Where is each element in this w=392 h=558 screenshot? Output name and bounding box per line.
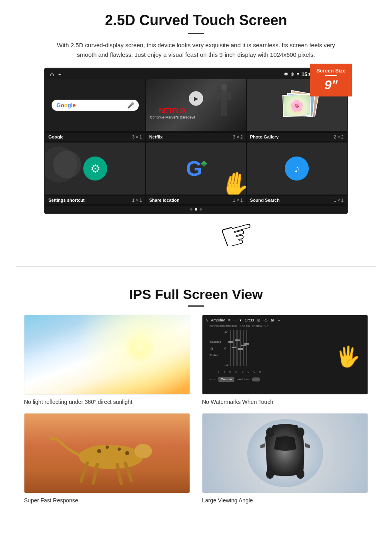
sound-icon: ♪ [285,157,309,181]
watermarks-label: No Watermarks When Touch [202,399,368,405]
freq-60: 60hz [210,325,214,327]
svg-point-16 [266,469,274,479]
sound-search-cell[interactable]: ♪ [247,143,347,195]
daredevil-figure [214,83,234,119]
svg-rect-2 [217,92,220,100]
badge-title: Screen Size [316,68,346,74]
settings-cell[interactable]: ⚙ [45,143,145,195]
bluetooth-icon: ✱ [284,71,288,77]
settings-icon: ⚙ [83,157,107,181]
svg-rect-1 [221,91,227,105]
google-logo: Google [56,102,76,108]
feature-sunlight: No light reflecting under 360° direct su… [24,315,190,405]
eq-bar-5 [243,330,244,366]
sunlight-image [24,315,190,395]
grid-label-settings: Settings shortcut 1 × 1 [45,196,145,204]
screen-wrapper: Screen Size 9" ⌂ ⌁ ✱ ⊕ ▾ 15:06 ⊡ ◁) [44,68,348,214]
amp-loudness-label: loudness [237,377,250,381]
google-grid: 3 × 1 [132,134,142,139]
fast-response-label: Super Fast Response [24,497,190,504]
db-scale: 10 0 -10 [224,330,228,366]
section1-title: 2.5D Curved Touch Screen [24,12,368,29]
pointing-hand: ☞ [214,214,261,246]
usb-icon: ⌁ [58,71,61,77]
section2-title: IPS Full Screen View [24,287,368,302]
netflix-subtitle: Continue Marvel's Daredevil [150,115,195,119]
svg-point-14 [266,428,274,437]
grid-label-gallery: Photo Gallery 2 × 2 [247,133,347,141]
viewing-angle-label: Large Viewing Angle [202,497,368,504]
home-icon: ⌂ [50,70,54,78]
slider-handle-4 [238,348,243,350]
freq-200: 200hz [222,325,226,327]
vol-amp: ◁) [264,318,268,322]
camera-amp: ⊡ [257,318,260,322]
netflix-logo-text: NETFLIX Continue Marvel's Daredevil [150,107,195,119]
settings-grid: 1 × 1 [132,198,142,203]
hand-container: ☞ [24,214,368,246]
grid-label-sound: Sound Search 1 × 1 [247,196,347,204]
settings-label: Settings shortcut [48,198,84,203]
freq-12k: 12.5k [252,325,256,327]
google-app-cell[interactable]: Google 🎤 [45,79,145,131]
freq-2k: 2.5k [240,325,244,327]
x-amp: ⊠ [271,318,274,322]
badge-size: 9" [324,78,338,92]
slider-handle-1 [228,341,233,343]
app-grid-row2: ⚙ G 🤚 [45,143,347,195]
amp-sliders: Balance ◁) Fader 10 0 -10 [206,328,364,368]
amp-custom-btn: Custom [218,377,234,382]
freq-15k: 15k [258,325,262,327]
svg-point-12 [125,451,129,455]
fader-label: Fader [210,353,221,357]
svg-rect-5 [224,104,227,116]
amp-left-labels: Balance ◁) Fader [210,340,221,357]
svg-rect-3 [228,92,231,100]
eq-bar-1 [230,330,231,366]
section1-divider [188,33,204,34]
share-label: Share location [149,198,180,203]
sunlight-visual [24,315,190,394]
photo-card-3: 🌸 [282,94,311,116]
svg-point-15 [296,428,304,437]
section2-divider [188,305,204,307]
amp-title: Amplifier [211,318,225,322]
netflix-label: Netflix [149,134,163,139]
signal-icon: ▾ [297,71,299,77]
sound-grid: 1 × 1 [334,198,344,203]
curved-screen-section: 2.5D Curved Touch Screen With 2.5D curve… [0,0,392,254]
google-search-bar[interactable]: Google 🎤 [52,100,139,111]
amp-footer: ←← Custom loudness [206,377,364,382]
freq-labels: 60hz 100hz 200hz 500hz 1k 2.5k 10k 12.5k… [206,325,364,327]
svg-point-8 [134,444,152,458]
freq-10k: 10k [246,325,250,327]
status-bar: ⌂ ⌁ ✱ ⊕ ▾ 15:06 ⊡ ◁) ⊠ ▭ [45,69,347,79]
cheetah-svg [39,417,175,489]
screen-wrapper-container: Screen Size 9" ⌂ ⌁ ✱ ⊕ ▾ 15:06 ⊡ ◁) [24,68,368,214]
home-icon-amp: ⌂ [206,318,208,322]
amplifier-visual: ⌂ Amplifier ≡ ··· ▾ 17:33 ⊡ ◁) ⊠ → 60hz [202,315,368,394]
eq-bars-container: 🖐 [230,330,360,366]
netflix-play-button[interactable]: ▶ [189,91,203,106]
gallery-grid: 2 × 2 [334,134,344,139]
share-location-cell[interactable]: G 🤚 [146,143,246,195]
dots-amp: ··· [234,318,237,322]
svg-text:G: G [186,157,202,180]
feature-cheetah: Super Fast Response [24,413,190,504]
dot-2 [195,208,197,211]
google-label: Google [48,134,64,139]
time-amp: 17:33 [245,318,254,322]
eq-bar-3 [236,330,238,366]
netflix-app-cell[interactable]: ▶ NETFLIX Continue Marvel's Daredevil [146,79,246,131]
device-screen: ⌂ ⌁ ✱ ⊕ ▾ 15:06 ⊡ ◁) ⊠ ▭ [44,68,348,214]
svg-point-11 [118,448,121,451]
sunlight-label: No light reflecting under 360° direct su… [24,399,190,405]
freq-sub: SUB [264,325,268,327]
grid-label-google: Google 3 × 1 [45,133,145,141]
car-image [202,413,368,493]
balance-label: Balance [210,340,221,343]
freq-100: 100hz [216,325,220,327]
touch-hand-amp: 🖐 [336,345,360,368]
mic-icon: 🎤 [127,102,134,108]
grid-label-share: Share location 1 × 1 [146,196,246,204]
